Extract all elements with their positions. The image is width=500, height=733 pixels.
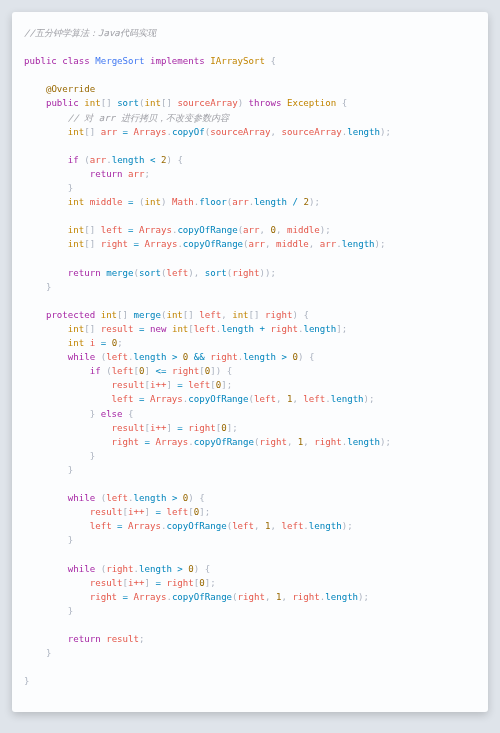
comma: , — [276, 394, 281, 404]
brackets: [] — [249, 310, 260, 320]
bracket: ] — [166, 380, 171, 390]
brace: } — [90, 409, 95, 419]
comment-copy: // 对 arr 进行拷贝，不改变参数内容 — [68, 113, 229, 123]
iface-name: IArraySort — [210, 56, 265, 66]
paren: ) — [292, 310, 297, 320]
var-right: right — [112, 437, 139, 447]
method-sort: sort — [139, 268, 161, 278]
kw-implements: implements — [150, 56, 205, 66]
param-sourceArray: sourceArray — [177, 98, 237, 108]
comma: , — [281, 592, 286, 602]
var-right: right — [232, 268, 259, 278]
type-int: int — [68, 324, 84, 334]
type-int: int — [101, 310, 117, 320]
op-gt: > — [177, 564, 182, 574]
var-left: left — [101, 225, 123, 235]
prop-length: length — [347, 437, 380, 447]
brackets: [] — [183, 310, 194, 320]
op-eq: = — [123, 592, 128, 602]
type-int: int — [68, 225, 84, 235]
comma: , — [194, 268, 199, 278]
prop-length: length — [254, 197, 287, 207]
semi: ; — [271, 268, 276, 278]
class-arrays: Arrays — [150, 394, 183, 404]
type-int: int — [68, 338, 84, 348]
op-div: / — [292, 197, 297, 207]
comma: , — [309, 239, 314, 249]
semi: ; — [117, 338, 122, 348]
kw-return: return — [68, 268, 101, 278]
class-arrays: Arrays — [128, 521, 161, 531]
paren: ) — [166, 155, 171, 165]
type-int: int — [68, 197, 84, 207]
var-right: right — [166, 578, 193, 588]
brackets: [] — [101, 98, 112, 108]
type-int: int — [145, 197, 161, 207]
comma: , — [265, 592, 270, 602]
paren: ) — [161, 197, 166, 207]
brace: { — [342, 98, 347, 108]
method-copyof: copyOf — [172, 127, 205, 137]
var-ipp: i++ — [150, 380, 166, 390]
op-eq: = — [117, 521, 122, 531]
var-right: right — [238, 592, 265, 602]
semi: ; — [227, 380, 232, 390]
bracket: ] — [145, 366, 150, 376]
brace: { — [177, 155, 182, 165]
brace: } — [24, 676, 29, 686]
var-left: left — [194, 324, 216, 334]
comma: , — [265, 239, 270, 249]
brace: { — [270, 56, 275, 66]
semi: ; — [210, 578, 215, 588]
type-int: int — [68, 239, 84, 249]
semi: ; — [380, 239, 385, 249]
comma: , — [303, 437, 308, 447]
var-left: left — [112, 394, 134, 404]
kw-new: new — [150, 324, 166, 334]
op-eq: = — [134, 239, 139, 249]
prop-length: length — [221, 324, 254, 334]
comma: , — [292, 394, 297, 404]
brace: { — [227, 366, 232, 376]
semi: ; — [386, 127, 391, 137]
op-lteq: <= — [155, 366, 166, 376]
var-left: left — [106, 352, 128, 362]
brackets: [] — [84, 324, 95, 334]
kw-if: if — [68, 155, 79, 165]
method-copyofrange: copyOfRange — [177, 225, 237, 235]
prop-length: length — [325, 592, 358, 602]
var-right: right — [106, 564, 133, 574]
op-eq: = — [155, 578, 160, 588]
brace: } — [68, 465, 73, 475]
op-eq: = — [101, 338, 106, 348]
prop-length: length — [342, 239, 375, 249]
kw-public: public — [46, 98, 79, 108]
prop-length: length — [309, 521, 342, 531]
var-result: result — [90, 578, 123, 588]
var-middle: middle — [276, 239, 309, 249]
brace: { — [303, 310, 308, 320]
var-arr: arr — [320, 239, 336, 249]
op-eq: = — [128, 197, 133, 207]
op-eq: = — [177, 423, 182, 433]
semi: ; — [205, 507, 210, 517]
class-arrays: Arrays — [134, 592, 167, 602]
type-int: int — [84, 98, 100, 108]
kw-throws: throws — [249, 98, 282, 108]
op-plus: + — [260, 324, 265, 334]
var-result: result — [90, 507, 123, 517]
annotation-override: @Override — [46, 84, 95, 94]
page-root: //五分钟学算法：Java代码实现 public class MergeSort… — [0, 0, 500, 733]
comma: , — [271, 127, 276, 137]
comma: , — [287, 437, 292, 447]
var-i: i — [90, 338, 95, 348]
var-right: right — [314, 437, 341, 447]
brackets: [] — [84, 127, 95, 137]
type-int: int — [166, 310, 182, 320]
var-left: left — [90, 521, 112, 531]
var-result: result — [106, 634, 139, 644]
code-block: //五分钟学算法：Java代码实现 public class MergeSort… — [24, 26, 476, 688]
brace: } — [68, 183, 73, 193]
brace: { — [205, 564, 210, 574]
bracket: ] — [144, 578, 149, 588]
